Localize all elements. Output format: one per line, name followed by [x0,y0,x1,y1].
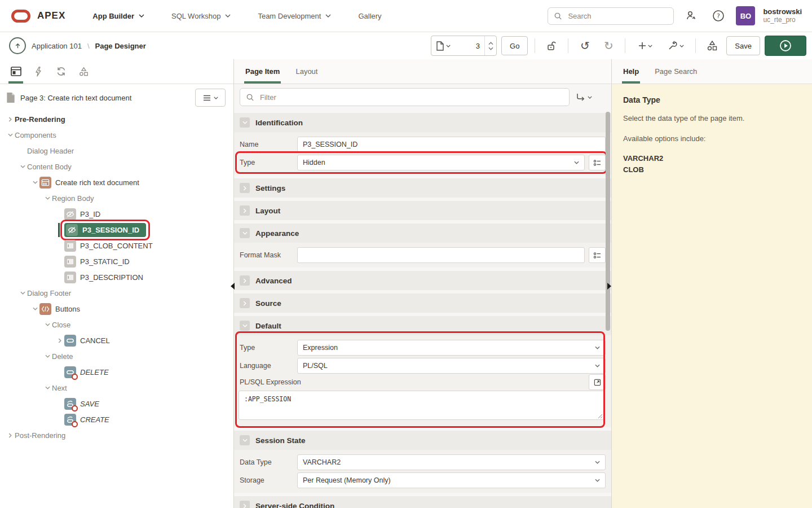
section-header[interactable]: Identification [234,113,611,132]
tree-item-next[interactable]: Next [0,380,233,396]
tree-item-delete[interactable]: Delete [0,348,233,364]
field-language: LanguagePL/SQL [234,357,611,375]
section-header[interactable]: Session State [234,431,611,450]
redo-button[interactable]: ↻ [599,36,618,55]
tree-expand-chevron[interactable] [43,386,52,389]
section-header[interactable]: Advanced [234,271,611,290]
tab-processing[interactable] [50,59,72,84]
tree-expand-chevron[interactable] [6,133,15,137]
code-editor-expand-button[interactable] [589,374,606,390]
tree-expand-chevron[interactable] [18,291,27,295]
tree-item-save[interactable]: SAVE [0,396,233,411]
go-to-group-button[interactable] [575,93,604,102]
tree-item-pre-rendering[interactable]: Pre-Rendering [0,111,233,127]
scrollbar-thumb[interactable] [606,112,610,331]
up-to-application-icon[interactable] [9,37,26,54]
type-select[interactable]: Expression [297,340,606,356]
storage-select[interactable]: Per Request (Memory Only) [297,472,606,488]
tree-item-label: Delete [52,352,73,361]
tree-item-content-body[interactable]: Content Body [0,159,233,174]
tree-item-create-rich-text-document[interactable]: Create rich text document [0,174,233,190]
tree-item-components[interactable]: Components [0,127,233,143]
code-icon [39,303,51,315]
page-designer-toolbar: Application 101 \ Page Designer Go [0,32,812,60]
page-lock-button[interactable] [542,36,561,55]
tab-layout[interactable]: Layout [295,59,317,84]
tree-item-p3-id[interactable]: P3_ID [0,206,233,222]
page-finder-button[interactable] [431,36,455,55]
section-header[interactable]: Appearance [234,224,611,243]
help-button[interactable]: ? [709,6,728,25]
tab-dynamic-actions[interactable] [27,59,50,84]
resize-handle-icon[interactable] [598,414,603,419]
filter-input[interactable] [259,93,563,102]
section-header[interactable]: Default [234,316,611,335]
collapse-right-panel-handle[interactable] [607,283,611,290]
menu-app-builder[interactable]: App Builder [79,0,158,32]
name-input[interactable] [297,137,606,152]
format-mask-input[interactable] [297,247,585,263]
language-select[interactable]: PL/SQL [297,358,606,374]
tab-rendering[interactable] [5,59,27,84]
tree-item-post-rendering[interactable]: Post-Rendering [0,427,233,443]
page-number-stepper[interactable] [484,36,496,55]
tree-item-p3-static-id[interactable]: P3_STATIC_ID [0,253,233,269]
save-and-run-button[interactable] [765,36,806,56]
tab-page-shared-components[interactable] [72,59,95,84]
tree-item-buttons[interactable]: Buttons [0,301,233,317]
tab-help[interactable]: Help [623,59,639,84]
apex-logo[interactable]: APEX [0,10,79,23]
section-header[interactable]: Settings [234,178,611,198]
component-list-button[interactable] [589,247,606,263]
toolbar-divider [695,38,696,53]
field-data-type: Data TypeVARCHAR2 [234,453,611,471]
save-button[interactable]: Save [726,36,760,55]
type-select[interactable]: Hidden [297,155,585,170]
shared-components-button[interactable] [703,36,722,55]
tree-item-create[interactable]: CREATE [0,411,233,427]
tree-expand-chevron[interactable] [6,433,15,438]
page-number-input[interactable] [455,36,484,55]
breadcrumb-application[interactable]: Application 101 [32,42,82,50]
component-list-button[interactable] [589,155,606,170]
tree-item-delete[interactable]: DELETE [0,364,233,380]
administration-button[interactable] [682,6,701,25]
data-type-select[interactable]: VARCHAR2 [297,454,606,470]
tree-item-p3-session-id[interactable]: P3_SESSION_ID [0,222,233,238]
tree-item-label: Next [52,384,67,392]
tab-page-item[interactable]: Page Item [245,59,280,84]
tree-item-close[interactable]: Close [0,317,233,332]
section-header[interactable]: Layout [234,201,611,220]
menu-gallery[interactable]: Gallery [345,0,395,32]
collapse-left-panel-handle[interactable] [231,283,235,290]
utilities-menu-button[interactable] [663,36,689,55]
plsql-expression-input[interactable]: :APP_SESSION [239,391,604,420]
breadcrumb: Application 101 \ Page Designer [0,37,146,54]
undo-button[interactable]: ↺ [575,36,594,55]
tab-page-search[interactable]: Page Search [655,59,697,84]
tree-expand-chevron[interactable] [43,354,52,358]
section-header[interactable]: Source [234,294,611,313]
tree-expand-chevron[interactable] [6,117,15,122]
tree-expand-chevron[interactable] [30,307,39,310]
tree-item-cancel[interactable]: CANCEL [0,332,233,348]
menu-sql-workshop[interactable]: SQL Workshop [158,0,244,32]
tree-item-dialog-footer[interactable]: Dialog Footer [0,285,233,301]
tree-menu-button[interactable] [195,89,226,107]
tree-item-p3-description[interactable]: P3_DESCRIPTION [0,269,233,285]
tree-expand-chevron[interactable] [18,165,27,168]
tree-item-dialog-header[interactable]: Dialog Header [0,143,233,159]
create-menu-button[interactable] [632,36,658,55]
tree-expand-chevron[interactable] [30,181,39,184]
tree-expand-chevron[interactable] [43,323,52,326]
tree-expand-chevron[interactable] [43,196,52,200]
search-input[interactable] [567,11,668,21]
tree-item-region-body[interactable]: Region Body [0,190,233,206]
user-info[interactable]: bostrowski uc_rte_pro [763,8,802,24]
tree-item-p3-clob-content[interactable]: P3_CLOB_CONTENT [0,238,233,253]
user-avatar[interactable]: BO [736,6,755,25]
tree-expand-chevron[interactable] [55,338,64,343]
menu-team-development[interactable]: Team Development [244,0,345,32]
section-header[interactable]: Server-side Condition [234,496,611,508]
go-button[interactable]: Go [501,36,528,55]
